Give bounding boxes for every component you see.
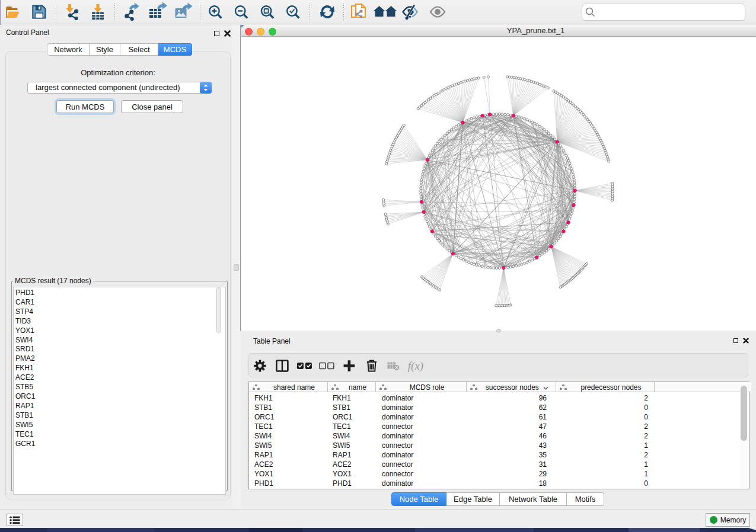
svg-text:f(x): f(x): [408, 360, 423, 373]
